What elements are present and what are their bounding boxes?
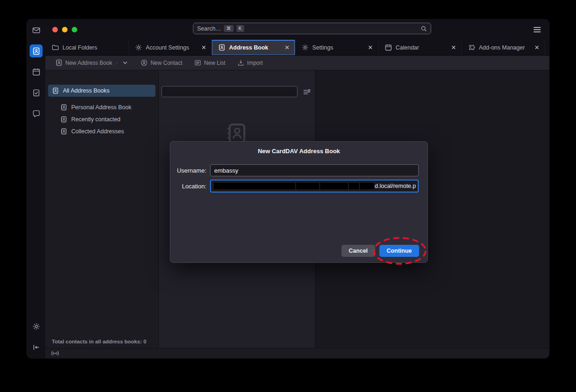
contacts-search-input[interactable]	[161, 86, 297, 97]
close-tab-icon[interactable]	[450, 44, 457, 51]
total-contacts-status: Total contacts in all address books: 0	[52, 339, 146, 344]
space-mail-button[interactable]	[30, 24, 43, 37]
gear-icon	[32, 323, 40, 330]
address-books-pane: All Address Books Personal Address Book …	[45, 70, 158, 348]
app-menu-button[interactable]	[533, 25, 542, 34]
close-tab-icon[interactable]	[366, 44, 374, 51]
tasks-icon	[32, 89, 40, 97]
dialog-title: New CardDAV Address Book	[170, 148, 427, 155]
space-calendar-button[interactable]	[30, 65, 43, 78]
redaction-bar	[360, 183, 374, 189]
cancel-button[interactable]: Cancel	[341, 245, 375, 257]
new-carddav-dialog: New CardDAV Address Book Username: Locat…	[170, 141, 428, 263]
sidebar-item-personal-address-book[interactable]: Personal Address Book	[56, 101, 155, 113]
tab-local-folders[interactable]: Local Folders	[45, 40, 129, 55]
spaces-settings-button[interactable]	[30, 320, 43, 333]
list-options-icon	[303, 88, 311, 96]
sidebar-item-label: Collected Addresses	[71, 128, 124, 135]
address-book-icon	[52, 87, 59, 94]
gear-icon	[302, 44, 309, 51]
space-address-book-button[interactable]	[30, 44, 43, 57]
tab-bar: Local Folders Account Settings Address B…	[45, 40, 549, 56]
new-address-book-label: New Address Book	[65, 60, 112, 66]
sidebar-item-collected-addresses[interactable]: Collected Addresses	[56, 125, 155, 137]
chat-icon	[32, 110, 40, 118]
tab-settings[interactable]: Settings	[295, 40, 378, 55]
hamburger-icon	[533, 25, 542, 34]
titlebar: Search… ⌘ K	[45, 19, 549, 40]
account-settings-icon	[135, 44, 142, 51]
continue-button[interactable]: Continue	[379, 245, 419, 257]
close-tab-icon[interactable]	[283, 44, 291, 51]
close-window-button[interactable]	[52, 27, 58, 32]
broadcast-status-icon	[51, 350, 59, 356]
redaction-bar	[296, 183, 319, 189]
space-chat-button[interactable]	[30, 107, 43, 120]
traffic-lights	[45, 27, 77, 32]
tab-label: Settings	[312, 44, 363, 51]
tab-label: Calendar	[396, 44, 446, 51]
close-tab-icon[interactable]	[200, 44, 207, 51]
status-bar	[45, 348, 549, 358]
redaction-bar	[214, 183, 295, 189]
k-key-badge: K	[236, 25, 244, 32]
new-contact-label: New Contact	[150, 60, 182, 66]
import-button[interactable]: Import	[234, 57, 266, 68]
location-row: Location: d.local/remote.p	[176, 180, 419, 193]
import-label: Import	[247, 60, 263, 66]
redaction-bar	[349, 183, 359, 189]
mail-icon	[32, 26, 40, 34]
calendar-icon	[385, 44, 392, 51]
spaces-toolbar	[27, 19, 45, 358]
cmd-key-badge: ⌘	[224, 25, 234, 32]
minimize-window-button[interactable]	[62, 27, 68, 32]
address-book-icon	[61, 128, 67, 135]
tab-account-settings[interactable]: Account Settings	[129, 40, 212, 55]
split-button-divider	[117, 62, 117, 64]
redaction-bar	[320, 183, 348, 189]
search-placeholder: Search…	[197, 25, 221, 32]
dialog-buttons: Cancel Continue	[341, 245, 419, 257]
folder-icon	[52, 44, 59, 51]
sidebar-item-label: All Address Books	[63, 87, 110, 94]
sidebar-item-label: Personal Address Book	[71, 104, 131, 111]
global-search-bar[interactable]: Search… ⌘ K	[193, 23, 431, 34]
location-input[interactable]: d.local/remote.p	[210, 180, 419, 193]
sidebar-item-all-address-books[interactable]: All Address Books	[48, 85, 155, 97]
sidebar-item-recently-contacted[interactable]: Recently contacted	[56, 113, 155, 125]
location-visible-text: d.local/remote.p	[375, 183, 416, 189]
collapse-spaces-button[interactable]	[30, 341, 43, 354]
address-book-toolbar: New Address Book New Contact New List Im…	[45, 56, 549, 70]
location-label: Location:	[176, 183, 206, 190]
search-icon	[421, 25, 427, 32]
new-list-button[interactable]: New List	[191, 57, 229, 68]
close-tab-icon[interactable]	[533, 44, 540, 51]
username-input[interactable]	[210, 164, 419, 176]
new-list-label: New List	[204, 60, 225, 66]
address-book-icon	[56, 59, 62, 66]
chevron-down-icon[interactable]	[122, 59, 129, 66]
address-book-icon	[61, 116, 67, 123]
new-address-book-button[interactable]: New Address Book	[52, 57, 132, 68]
username-row: Username:	[176, 164, 419, 176]
address-book-icon	[32, 47, 40, 55]
zoom-window-button[interactable]	[72, 27, 77, 32]
screen: Search… ⌘ K Local Folders Account Settin…	[0, 0, 576, 392]
tab-label: Local Folders	[62, 44, 124, 51]
sidebar-item-label: Recently contacted	[71, 116, 120, 123]
tab-label: Add-ons Manager	[479, 44, 529, 51]
calendar-icon	[32, 68, 40, 76]
tab-addons-manager[interactable]: Add-ons Manager	[462, 40, 545, 55]
tab-calendar[interactable]: Calendar	[378, 40, 462, 55]
import-icon	[237, 59, 244, 66]
tab-label: Address Book	[229, 44, 279, 51]
new-contact-icon	[141, 59, 148, 66]
address-book-icon	[218, 44, 225, 51]
new-list-icon	[194, 59, 201, 66]
username-label: Username:	[176, 167, 206, 174]
space-tasks-button[interactable]	[30, 86, 43, 99]
tab-address-book[interactable]: Address Book	[212, 40, 295, 55]
address-book-icon	[61, 104, 67, 111]
list-display-options-button[interactable]	[303, 88, 311, 96]
new-contact-button[interactable]: New Contact	[137, 57, 186, 68]
